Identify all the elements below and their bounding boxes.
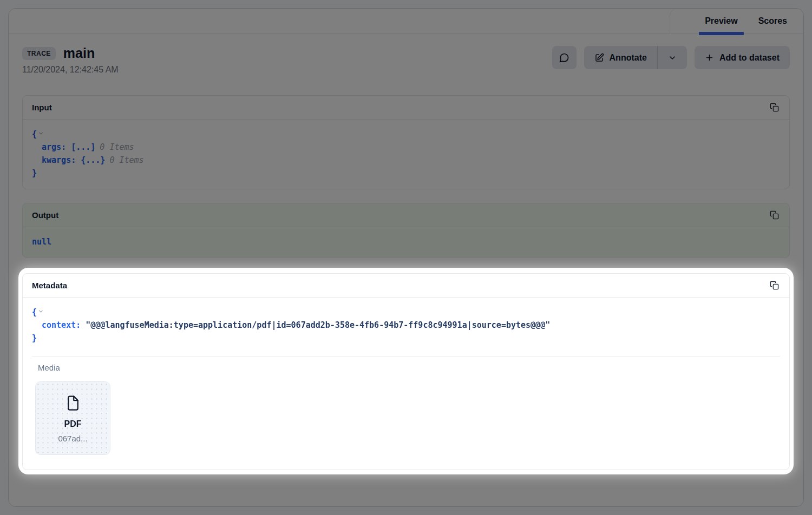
annotate-button[interactable]: Annotate [584, 46, 657, 69]
output-panel-title: Output [32, 210, 58, 220]
json-close-brace: } [32, 333, 37, 343]
json-line: } [32, 332, 780, 345]
output-panel-header: Output [23, 203, 789, 227]
json-null-value: null [32, 237, 51, 247]
input-copy-button[interactable] [769, 102, 780, 113]
chevron-down-icon [668, 54, 677, 62]
json-value: {...} [81, 155, 105, 165]
metadata-spotlight: Metadata { context: "@@@langfuseMedia:ty… [18, 268, 794, 474]
trace-type-badge: TRACE [22, 47, 56, 60]
media-pdf-card[interactable]: PDF 067ad... [35, 381, 110, 455]
annotate-button-label: Annotate [610, 53, 647, 63]
json-open-brace: { [32, 307, 37, 317]
trace-title-row: TRACE main [22, 45, 119, 61]
tab-bar: Preview Scores [9, 9, 803, 34]
add-to-dataset-label: Add to dataset [719, 53, 780, 63]
trace-detail-card: Preview Scores TRACE main 11/20/2024, 12… [8, 8, 804, 507]
input-panel-title: Input [32, 103, 52, 112]
tab-preview[interactable]: Preview [705, 9, 737, 34]
json-open-brace: { [32, 129, 37, 139]
copy-icon [770, 103, 779, 112]
input-json-viewer: { args: [...]0 Items kwargs: {...}0 Item… [23, 120, 789, 189]
trace-header-left: TRACE main 11/20/2024, 12:42:45 AM [22, 45, 119, 75]
edit-icon [594, 53, 604, 63]
json-line: null [32, 235, 780, 248]
annotate-split-button: Annotate [584, 46, 687, 69]
json-line: } [32, 167, 780, 180]
chevron-down-icon[interactable] [37, 130, 45, 136]
json-line: { [32, 306, 780, 319]
json-string-value: "@@@langfuseMedia:type=application/pdf|i… [86, 320, 550, 330]
metadata-panel-title: Metadata [32, 281, 67, 290]
trace-header: TRACE main 11/20/2024, 12:42:45 AM [22, 45, 790, 75]
json-items-count: 0 Items [100, 142, 134, 152]
page-title: main [63, 45, 95, 61]
media-file-type: PDF [64, 419, 82, 429]
media-section: Media PDF 067ad... [32, 356, 780, 470]
tabs-group: Preview Scores [670, 9, 803, 34]
chevron-down-icon[interactable] [37, 308, 45, 314]
metadata-panel: Metadata { context: "@@@langfuseMedia:ty… [22, 273, 790, 470]
json-key: args: [42, 142, 66, 152]
copy-icon [770, 210, 779, 220]
output-json-viewer: null [23, 227, 789, 258]
copy-icon [770, 281, 779, 290]
trace-timestamp: 11/20/2024, 12:42:45 AM [22, 65, 119, 75]
json-line: context: "@@@langfuseMedia:type=applicat… [32, 319, 780, 332]
tab-scores[interactable]: Scores [758, 9, 787, 34]
media-section-label: Media [32, 363, 780, 372]
plus-icon [705, 53, 714, 62]
trace-content: TRACE main 11/20/2024, 12:42:45 AM [9, 45, 803, 474]
metadata-panel-header: Metadata [23, 274, 789, 298]
annotate-dropdown-button[interactable] [658, 46, 687, 69]
json-key: kwargs: [42, 155, 76, 165]
json-line: args: [...]0 Items [32, 141, 780, 154]
json-line: { [32, 128, 780, 141]
add-to-dataset-button[interactable]: Add to dataset [695, 46, 790, 69]
json-value: [...] [71, 142, 95, 152]
json-line: kwargs: {...}0 Items [32, 154, 780, 167]
trace-actions: Annotate Add to dataset [552, 46, 790, 75]
json-items-count: 0 Items [109, 155, 143, 165]
output-copy-button[interactable] [769, 209, 780, 221]
input-panel: Input { args: [...]0 Items kwargs: {.. [22, 95, 790, 189]
input-panel-header: Input [23, 96, 789, 120]
json-close-brace: } [32, 168, 37, 178]
output-panel: Output null [22, 203, 790, 258]
comment-icon [559, 52, 569, 63]
metadata-copy-button[interactable] [769, 280, 780, 291]
comment-button[interactable] [552, 46, 577, 69]
media-file-id: 067ad... [58, 434, 87, 443]
json-key: context: [42, 320, 81, 330]
metadata-json-viewer: { context: "@@@langfuseMedia:type=applic… [23, 298, 789, 356]
file-icon [65, 394, 81, 412]
